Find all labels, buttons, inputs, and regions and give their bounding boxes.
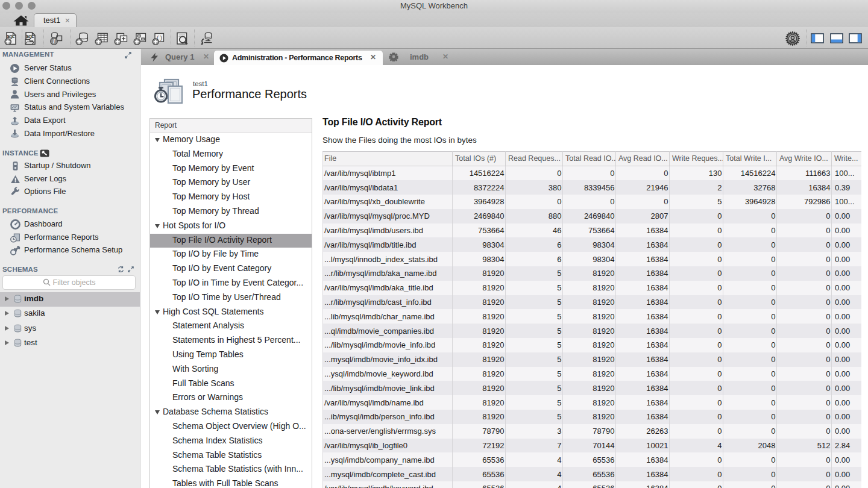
svg-text:i: i — [53, 38, 55, 45]
svg-text:SQL: SQL — [7, 34, 15, 39]
svg-text:SQL: SQL — [27, 34, 34, 39]
